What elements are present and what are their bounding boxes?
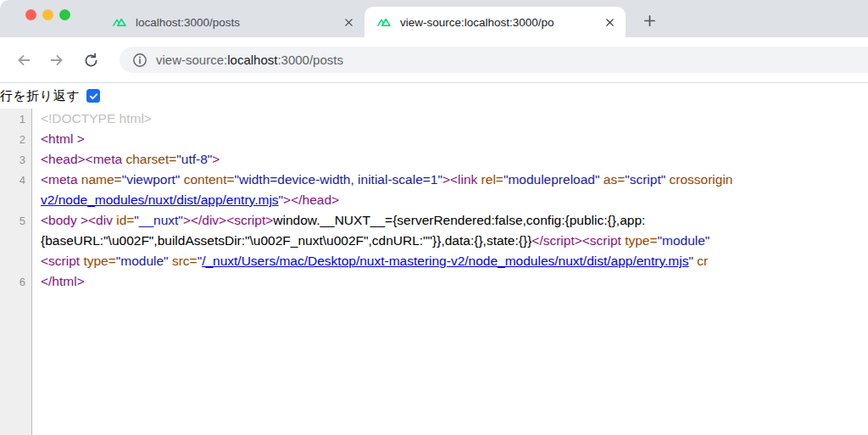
line-number: 2 [0,129,33,149]
code-segment: > [212,152,220,166]
code-segment: window.__NUXT__={serverRendered:false,co… [273,213,645,227]
line-number [0,251,33,271]
code-segment: cr [693,254,708,268]
zoom-window-button[interactable] [59,9,70,20]
line-number [0,190,33,210]
code-segment: content= [180,172,234,187]
code-segment: type= [83,254,115,268]
tab-title: view-source:localhost:3000/po [400,16,602,29]
code-segment: type= [625,233,657,248]
resource-link[interactable]: /_nuxt/Users/mac/Desktop/nuxt-mastering-… [202,254,688,268]
code-text: <meta name="viewport" content="width=dev… [33,170,732,190]
source-line: 3<head><meta charset="utf-8"> [0,149,868,170]
forward-button[interactable] [47,51,66,70]
new-tab-button[interactable] [637,8,661,32]
code-segment: </html> [41,274,85,288]
code-segment: <script [41,254,83,268]
tab-strip: localhost:3000/posts view-source:localho… [0,0,868,37]
code-text: <script type="module" src="/_nuxt/Users/… [33,251,708,271]
browser-window: localhost:3000/posts view-source:localho… [0,0,868,435]
source-rows: 1<!DOCTYPE html>2<html >3<head><meta cha… [0,109,868,292]
code-segment: "width=device-width, initial-scale=1" [235,172,442,187]
source-line: 2<html > [0,129,868,149]
code-segment: <meta [41,172,81,187]
code-segment: </script><script [531,233,625,248]
code-text: <head><meta charset="utf-8"> [33,149,220,170]
back-button[interactable] [14,51,33,70]
wrap-lines-checkbox[interactable] [86,89,100,103]
line-number: 4 [0,170,33,190]
code-segment: <!DOCTYPE html> [41,111,152,125]
source-line: 1<!DOCTYPE html> [0,109,868,129]
line-number [0,231,33,251]
forward-arrow-icon [47,51,66,70]
source-line: {baseURL:"\u002F",buildAssetsDir:"\u002F… [0,231,868,251]
close-tab-icon[interactable] [602,14,617,30]
url-host: localhost [227,53,277,67]
code-segment: "module" [116,254,169,268]
code-segment: "script" [625,172,665,187]
checkmark-icon [89,92,98,101]
url-text: view-source:localhost:3000/posts [156,53,343,67]
minimize-window-button[interactable] [42,9,53,20]
code-segment: "modulepreload" [504,172,600,187]
close-window-button[interactable] [25,9,36,20]
source-line: 4<meta name="viewport" content="width=de… [0,170,868,190]
page-content: 行を折り返す 1<!DOCTYPE html>2<html >3<head><m… [0,83,868,435]
code-segment: ><link [442,172,481,187]
line-wrap-control: 行を折り返す [0,83,868,109]
code-text: <!DOCTYPE html> [33,109,152,129]
tab-posts[interactable]: localhost:3000/posts [100,7,364,37]
close-tab-icon[interactable] [341,14,356,30]
source-line: 5<body ><div id="__nuxt"></div><script>w… [0,210,868,231]
code-segment: as= [599,172,625,187]
resource-link[interactable]: v2/node_modules/nuxt/dist/app/entry.mjs [41,192,279,207]
code-segment: "__nuxt" [134,213,183,227]
nuxt-icon [112,14,127,30]
plus-icon [643,14,656,27]
source-line: v2/node_modules/nuxt/dist/app/entry.mjs"… [0,190,868,210]
source-line: 6</html> [0,271,868,292]
code-segment: name= [81,172,122,187]
code-segment: "module" [658,233,710,248]
code-segment: crossorigin [665,172,732,187]
code-segment: "viewport" [122,172,181,187]
code-text: <body ><div id="__nuxt"></div><script>wi… [33,210,645,231]
code-text: <html > [33,129,85,149]
tab-view-source[interactable]: view-source:localhost:3000/po [364,7,626,37]
line-number: 3 [0,149,33,170]
back-arrow-icon [14,51,33,70]
reload-icon [82,52,100,70]
code-text: </html> [33,271,85,292]
line-number: 5 [0,210,33,231]
code-segment: ></head> [283,192,339,207]
wrap-lines-label: 行を折り返す [0,88,80,104]
code-segment: <body ><div [41,213,116,227]
code-segment: <head><meta [41,152,125,166]
url-scheme: view-source: [156,53,227,67]
tab-title: localhost:3000/posts [136,16,341,29]
code-segment: "utf-8" [176,152,212,166]
code-segment: {baseURL:"\u002F",buildAssetsDir:"\u002F… [41,233,531,248]
source-line: <script type="module" src="/_nuxt/Users/… [0,251,868,271]
code-segment: ></div><script> [183,213,273,227]
code-text: v2/node_modules/nuxt/dist/app/entry.mjs"… [33,190,339,210]
nuxt-icon [376,14,392,30]
url-path: :3000/posts [277,53,343,67]
code-segment: <html > [41,131,85,146]
code-segment: rel= [481,172,504,187]
browser-toolbar: view-source:localhost:3000/posts [0,37,868,83]
source-code: 1<!DOCTYPE html>2<html >3<head><meta cha… [0,109,868,435]
reload-button[interactable] [81,51,100,70]
line-number: 6 [0,271,33,292]
code-segment: id= [116,213,134,227]
code-segment: charset= [125,152,176,166]
code-text: {baseURL:"\u002F",buildAssetsDir:"\u002F… [33,231,709,251]
line-number: 1 [0,109,33,129]
traffic-lights [25,9,70,20]
info-icon[interactable] [132,53,147,68]
code-segment: src= [169,254,198,268]
address-bar[interactable]: view-source:localhost:3000/posts [120,47,868,73]
